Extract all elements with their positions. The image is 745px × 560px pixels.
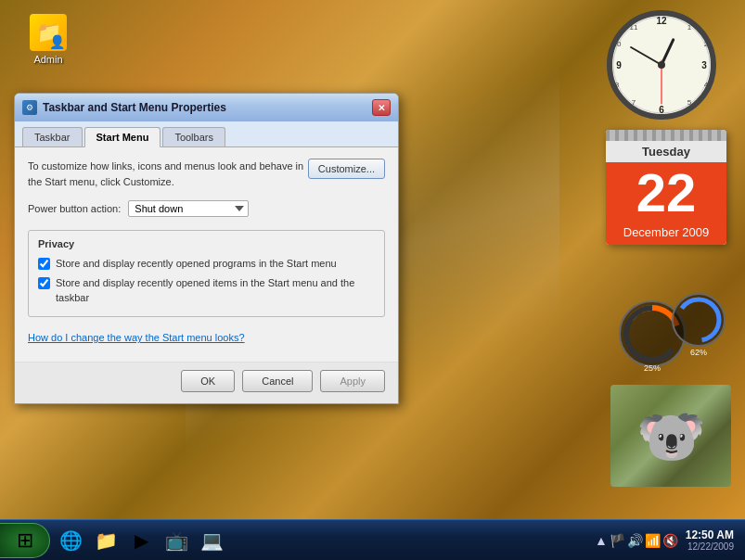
svg-text:12: 12 [656, 16, 667, 26]
clock-face: 12 3 6 9 1 2 4 5 7 8 10 11 [606, 9, 717, 121]
taskbar-media-icon[interactable]: ▶ [124, 524, 158, 557]
tab-toolbars[interactable]: Toolbars [162, 127, 225, 146]
dialog-close-button[interactable]: ✕ [372, 99, 391, 116]
koala-widget: 🐨 [610, 385, 731, 487]
svg-text:9: 9 [616, 60, 622, 70]
dialog-button-row: OK Cancel Apply [15, 362, 398, 403]
start-button[interactable]: ⊞ [0, 523, 50, 558]
checkbox-row-programs: Store and display recently opened progra… [38, 257, 375, 271]
koala-image: 🐨 [636, 403, 706, 469]
apply-button[interactable]: Apply [320, 370, 385, 392]
checkbox-recent-items[interactable] [38, 277, 50, 289]
privacy-group-label: Privacy [38, 238, 375, 249]
svg-text:8: 8 [615, 81, 620, 89]
admin-icon-image: 📁 [30, 14, 67, 51]
desktop: abdoullah12net.com 📁 Admin 12 3 6 9 1 2 … [0, 0, 745, 519]
calendar-day-number: 22 [606, 162, 726, 223]
tray-date: 12/22/2009 [686, 541, 734, 552]
tray-sound-icon[interactable]: 🔊 [627, 533, 643, 548]
dialog-icon: ⚙ [22, 100, 37, 115]
tray-time: 12:50 AM [686, 528, 734, 541]
svg-text:1: 1 [687, 23, 692, 32]
checkbox-recent-items-label: Store and display recently opened items … [56, 276, 375, 305]
ok-button[interactable]: OK [181, 370, 235, 392]
taskbar-folder-icon[interactable]: 📁 [89, 524, 122, 557]
dialog-titlebar[interactable]: ⚙ Taskbar and Start Menu Properties ✕ [15, 94, 398, 121]
meter-widget: 25% 62% [610, 287, 731, 375]
privacy-group: Privacy Store and display recently opene… [28, 230, 385, 317]
tray-flag-icon[interactable]: 🏴 [610, 533, 625, 548]
calendar-day-name: Tuesday [606, 141, 726, 162]
svg-text:5: 5 [687, 98, 692, 107]
tab-start-menu[interactable]: Start Menu [84, 127, 161, 147]
checkbox-row-items: Store and display recently opened items … [38, 276, 375, 305]
tray-mute-icon[interactable]: 🔇 [662, 533, 678, 548]
tray-network-icon[interactable]: 📶 [645, 533, 661, 548]
svg-text:62%: 62% [690, 348, 707, 357]
tray-icons: ▲ 🏴 🔊 📶 🔇 [595, 533, 678, 548]
admin-icon-label: Admin [33, 54, 62, 65]
clock-widget[interactable]: 12 3 6 9 1 2 4 5 7 8 10 11 [606, 9, 717, 121]
system-tray: ▲ 🏴 🔊 📶 🔇 12:50 AM 12/22/2009 [587, 528, 745, 552]
svg-text:10: 10 [613, 40, 622, 48]
svg-text:2: 2 [704, 40, 709, 48]
dialog-title: Taskbar and Start Menu Properties [43, 101, 372, 114]
tray-arrow-icon[interactable]: ▲ [595, 533, 608, 548]
calendar-month-year: December 2009 [606, 223, 726, 245]
taskbar-quicklaunch: 🌐 📁 ▶ 📺 💻 [54, 524, 587, 557]
desktop-icon-admin[interactable]: 📁 Admin [19, 14, 78, 65]
dialog-tab-bar: Taskbar Start Menu Toolbars [15, 121, 398, 147]
svg-text:11: 11 [630, 23, 638, 32]
taskbar-tv-icon[interactable]: 📺 [160, 524, 193, 557]
calendar-spiral [606, 130, 726, 141]
svg-point-17 [658, 61, 665, 69]
tray-clock[interactable]: 12:50 AM 12/22/2009 [682, 528, 738, 552]
help-link[interactable]: How do I change the way the Start menu l… [28, 332, 385, 343]
calendar-widget[interactable]: Tuesday 22 December 2009 [606, 130, 726, 245]
customize-button[interactable]: Customize... [308, 159, 385, 179]
power-action-label: Power button action: [28, 203, 121, 214]
taskbar-computer-icon[interactable]: 💻 [195, 524, 228, 557]
power-action-row: Power button action: Shut down Switch us… [28, 200, 385, 217]
checkbox-recent-programs[interactable] [38, 258, 50, 270]
svg-text:7: 7 [632, 98, 636, 107]
power-action-dropdown[interactable]: Shut down Switch user Log off Lock Resta… [128, 200, 249, 217]
dialog-taskbar-properties: ⚙ Taskbar and Start Menu Properties ✕ Ta… [14, 93, 399, 404]
dialog-content: Customize... To customize how links, ico… [15, 147, 398, 362]
taskbar: ⊞ 🌐 📁 ▶ 📺 💻 ▲ 🏴 🔊 📶 🔇 12:50 AM 12/22/200… [0, 519, 745, 560]
tab-taskbar[interactable]: Taskbar [22, 127, 83, 146]
svg-text:25%: 25% [644, 363, 661, 373]
cancel-button[interactable]: Cancel [242, 370, 313, 392]
start-orb-icon: ⊞ [17, 528, 33, 553]
svg-text:4: 4 [704, 81, 709, 89]
svg-text:6: 6 [659, 105, 664, 115]
checkbox-recent-programs-label: Store and display recently opened progra… [56, 257, 337, 271]
svg-text:3: 3 [701, 60, 707, 70]
taskbar-ie-icon[interactable]: 🌐 [54, 524, 87, 557]
